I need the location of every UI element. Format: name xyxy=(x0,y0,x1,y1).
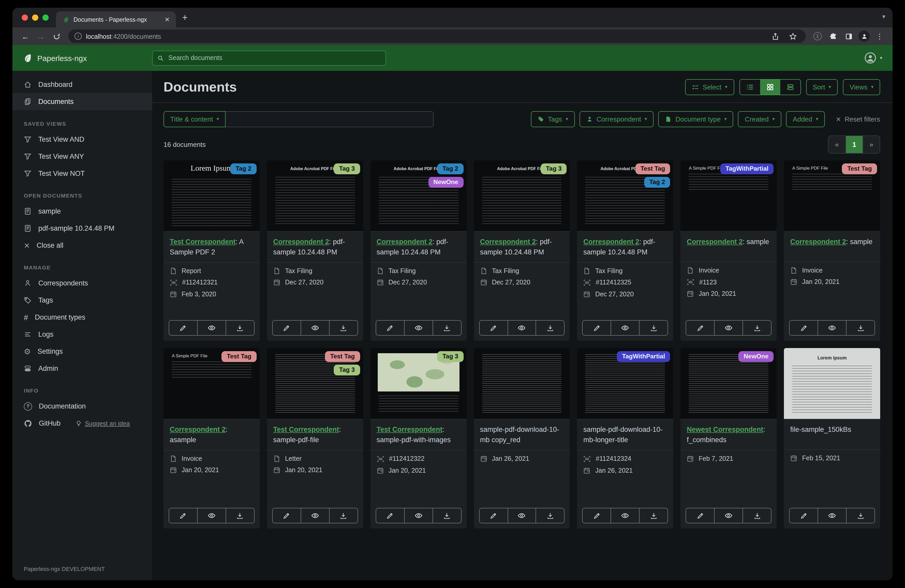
app-brand[interactable]: Paperless-ngx xyxy=(13,53,152,63)
sidebar-item-admin[interactable]: Admin xyxy=(13,360,152,377)
view-button[interactable] xyxy=(714,321,743,335)
tag-badge[interactable]: NewOne xyxy=(428,177,464,188)
back-button[interactable]: ← xyxy=(19,30,32,43)
view-button[interactable] xyxy=(818,508,846,523)
bookmark-star-icon[interactable] xyxy=(786,30,799,43)
tag-badge[interactable]: NewOne xyxy=(738,351,773,362)
edit-button[interactable] xyxy=(790,321,818,335)
tag-badge[interactable]: Test Tag xyxy=(635,163,670,174)
edit-button[interactable] xyxy=(376,321,404,335)
tag-badge[interactable]: Tag 3 xyxy=(541,163,567,174)
reset-filters-button[interactable]: ✕ Reset filters xyxy=(836,115,880,123)
view-button[interactable] xyxy=(818,321,846,335)
sidebar-item-logs[interactable]: Logs xyxy=(13,326,152,343)
sidebar-item-tags[interactable]: Tags xyxy=(13,292,152,309)
view-button[interactable] xyxy=(197,508,225,523)
view-button[interactable] xyxy=(507,321,536,335)
select-button[interactable]: Select ▾ xyxy=(685,79,734,95)
sidebar-item-correspondents[interactable]: Correspondents xyxy=(13,274,152,292)
sidebar-item-test-view-any[interactable]: Test View ANY xyxy=(13,148,152,165)
tag-badge[interactable]: Test Tag xyxy=(325,351,360,362)
tag-badge[interactable]: Tag 2 xyxy=(437,163,464,174)
download-button[interactable] xyxy=(743,321,771,335)
pagination-next-button[interactable]: » xyxy=(862,136,880,153)
tag-badge[interactable]: Test Tag xyxy=(222,351,257,362)
download-button[interactable] xyxy=(846,508,875,523)
edit-button[interactable] xyxy=(479,321,507,335)
tab-close-icon[interactable]: ✕ xyxy=(165,16,170,23)
search-input[interactable] xyxy=(167,54,381,62)
sidebar-item-document-types[interactable]: # Document types xyxy=(13,309,152,326)
views-button[interactable]: Views ▾ xyxy=(843,79,880,95)
close-window-button[interactable] xyxy=(22,14,28,21)
view-button[interactable] xyxy=(507,508,536,523)
edit-button[interactable] xyxy=(583,508,611,523)
sidebar-item-github[interactable]: GitHub Suggest an idea xyxy=(13,415,152,432)
view-button[interactable] xyxy=(404,321,432,335)
minimize-window-button[interactable] xyxy=(32,14,38,21)
browser-tab[interactable]: Documents - Paperless-ngx ✕ xyxy=(56,11,176,27)
site-info-icon[interactable]: i xyxy=(75,33,82,40)
edit-button[interactable] xyxy=(479,508,507,523)
share-icon[interactable] xyxy=(768,30,782,43)
sidebar-item-open-doc-sample[interactable]: sample xyxy=(13,203,152,220)
download-button[interactable] xyxy=(639,508,668,523)
correspondent-link[interactable]: Test Correspondent xyxy=(376,426,442,433)
tag-badge[interactable]: Tag 3 xyxy=(334,163,360,174)
view-list-button[interactable] xyxy=(740,80,760,95)
correspondent-link[interactable]: Correspondent 2 xyxy=(376,238,432,246)
user-menu[interactable]: ▾ xyxy=(864,52,892,64)
edit-button[interactable] xyxy=(686,508,714,523)
view-button[interactable] xyxy=(404,508,432,523)
correspondent-link[interactable]: Correspondent 2 xyxy=(480,238,536,246)
filter-field-button[interactable]: Title & content ▾ xyxy=(164,111,225,127)
download-button[interactable] xyxy=(329,508,357,523)
download-button[interactable] xyxy=(536,508,564,523)
correspondent-link[interactable]: Correspondent 2 xyxy=(790,238,846,246)
sidebar-item-settings[interactable]: ⚙ Settings xyxy=(13,343,152,360)
sidebar-item-test-view-not[interactable]: Test View NOT xyxy=(13,165,152,182)
view-button[interactable] xyxy=(714,508,743,523)
download-button[interactable] xyxy=(432,508,461,523)
sidebar-item-open-doc-pdf-sample[interactable]: pdf-sample 10.24.48 PM xyxy=(13,220,152,237)
address-bar[interactable]: i localhost:4200/documents xyxy=(68,30,806,43)
filter-text-input[interactable] xyxy=(225,111,433,127)
correspondent-link[interactable]: Correspondent 2 xyxy=(687,238,743,246)
correspondent-link[interactable]: Correspondent 2 xyxy=(273,238,329,246)
tag-badge[interactable]: TagWithPartial xyxy=(617,351,670,362)
view-button[interactable] xyxy=(301,508,329,523)
download-button[interactable] xyxy=(639,321,668,335)
view-cards-button[interactable] xyxy=(780,80,800,95)
tag-badge[interactable]: TagWithPartial xyxy=(720,163,773,174)
view-button[interactable] xyxy=(301,321,329,335)
correspondent-link[interactable]: Correspondent 2 xyxy=(583,238,639,246)
filter-document-type-button[interactable]: Document type ▾ xyxy=(659,111,734,127)
tag-badge[interactable]: Tag 3 xyxy=(437,351,464,362)
sort-button[interactable]: Sort ▾ xyxy=(806,79,838,95)
sidebar-item-documentation[interactable]: ? Documentation xyxy=(13,398,152,415)
correspondent-link[interactable]: Newest Correspondent xyxy=(687,426,764,433)
edit-button[interactable] xyxy=(686,321,714,335)
new-tab-button[interactable]: + xyxy=(182,13,187,22)
extensions-puzzle-icon[interactable] xyxy=(826,30,840,43)
correspondent-link[interactable]: Correspondent 2 xyxy=(170,426,225,433)
reload-button[interactable] xyxy=(50,30,63,43)
zoom-window-button[interactable] xyxy=(43,14,49,21)
sidebar-item-dashboard[interactable]: Dashboard xyxy=(13,76,152,93)
tab-search-chevron-icon[interactable]: ▾ xyxy=(882,13,885,20)
pagination-prev-button[interactable]: « xyxy=(829,136,846,153)
extension-badge-icon[interactable]: 1 xyxy=(811,30,824,43)
correspondent-link[interactable]: Test Correspondent xyxy=(170,238,236,246)
filter-correspondent-button[interactable]: Correspondent ▾ xyxy=(580,111,654,127)
tag-badge[interactable]: Tag 2 xyxy=(644,177,670,188)
view-button[interactable] xyxy=(611,508,639,523)
edit-button[interactable] xyxy=(273,508,301,523)
view-button[interactable] xyxy=(197,321,225,335)
sidebar-item-documents[interactable]: Documents xyxy=(13,93,152,110)
sidebar-item-test-view-and[interactable]: Test View AND xyxy=(13,131,152,148)
download-button[interactable] xyxy=(743,508,771,523)
filter-added-button[interactable]: Added ▾ xyxy=(786,111,825,127)
download-button[interactable] xyxy=(432,321,461,335)
document-thumbnail[interactable] xyxy=(474,348,570,419)
edit-button[interactable] xyxy=(583,321,611,335)
